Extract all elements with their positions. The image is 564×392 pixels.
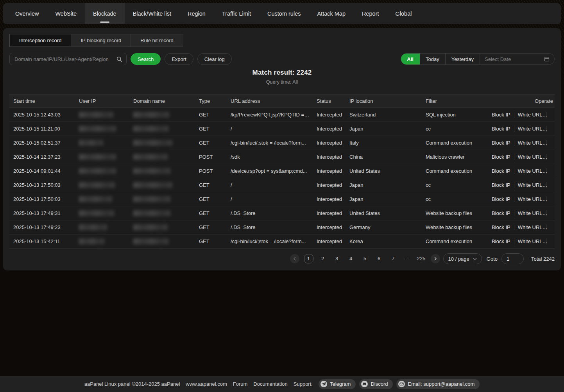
cell-url: /kp/PreviewKPQT.jsp?KPQTID = 1... bbox=[227, 108, 313, 122]
white-url-link[interactable]: White URL bbox=[514, 182, 546, 188]
date-filter-today[interactable]: Today bbox=[420, 54, 446, 64]
cell-ip-location: United States bbox=[346, 164, 422, 178]
page-size-value: 10 / page bbox=[448, 256, 469, 262]
result-summary: Match result: 2242 Query time: All bbox=[3, 69, 561, 85]
block-ip-link[interactable]: Block IP bbox=[488, 168, 514, 174]
page-number-6[interactable]: 6 bbox=[374, 254, 384, 263]
cell-operate: Block IPWhite URLDetails bbox=[484, 178, 555, 192]
white-url-link[interactable]: White URL bbox=[514, 168, 546, 174]
block-ip-link[interactable]: Block IP bbox=[488, 224, 514, 230]
cell-start-time: 2025-10-15 11:21:00 bbox=[9, 122, 75, 136]
nav-tab-report[interactable]: Report bbox=[354, 3, 387, 24]
redacted-domain-name bbox=[133, 182, 172, 188]
cell-operate: Block IPWhite URLDetails bbox=[484, 150, 555, 164]
nav-tab-custom-rules[interactable]: Custom rules bbox=[259, 3, 309, 24]
cell-operate: Block IPWhite URLDetails bbox=[484, 122, 555, 136]
nav-tab-overview[interactable]: Overview bbox=[7, 3, 47, 24]
redacted-user-ip bbox=[79, 224, 107, 230]
white-url-link[interactable]: White URL bbox=[514, 238, 546, 244]
page-number-4[interactable]: 4 bbox=[346, 254, 356, 263]
page-number-7[interactable]: 7 bbox=[389, 254, 398, 263]
footer-button-email[interactable]: Email: support@aapanel.com bbox=[396, 379, 480, 389]
white-url-link[interactable]: White URL bbox=[514, 210, 546, 216]
page-size-select[interactable]: 10 / page bbox=[443, 253, 482, 264]
page-number-5[interactable]: 5 bbox=[360, 254, 370, 263]
cell-url: / bbox=[227, 122, 313, 136]
subtab-interception-record[interactable]: Interception record bbox=[9, 34, 71, 47]
cell-type: GET bbox=[195, 108, 227, 122]
cell-start-time: 2025-10-14 12:37:23 bbox=[9, 150, 75, 164]
block-ip-link[interactable]: Block IP bbox=[488, 182, 514, 188]
cell-operate: Block IPWhite URLDetails bbox=[484, 206, 555, 220]
redacted-user-ip bbox=[79, 140, 103, 146]
block-ip-link[interactable]: Block IP bbox=[488, 210, 514, 216]
nav-tab-black-white-list[interactable]: Black/White list bbox=[125, 3, 179, 24]
cell-domain-name bbox=[129, 150, 195, 164]
cell-start-time: 2025-10-13 17:50:03 bbox=[9, 178, 75, 192]
white-url-link[interactable]: White URL bbox=[514, 140, 546, 146]
block-ip-link[interactable]: Block IP bbox=[488, 154, 514, 160]
search-button[interactable]: Search bbox=[131, 53, 161, 65]
cell-start-time: 2025-10-14 09:01:44 bbox=[9, 164, 75, 178]
white-url-link[interactable]: White URL bbox=[514, 112, 546, 118]
subtab-rule-hit-record[interactable]: Rule hit record bbox=[131, 34, 183, 47]
page-number-225[interactable]: 225 bbox=[417, 254, 426, 263]
prev-page-button[interactable] bbox=[290, 254, 299, 263]
date-picker[interactable]: Select Date bbox=[480, 54, 554, 64]
export-button[interactable]: Export bbox=[165, 53, 193, 65]
footer-link-documentation[interactable]: Documentation bbox=[253, 381, 287, 387]
page-number-1[interactable]: 1 bbox=[304, 254, 313, 263]
cell-status: Intercepted bbox=[313, 108, 346, 122]
col-header-domain-name: Domain name bbox=[129, 95, 195, 108]
search-icon[interactable] bbox=[116, 56, 122, 62]
date-filter-group: AllTodayYesterday Select Date bbox=[401, 53, 555, 65]
cell-url: /cgi-bin/luci/;stok = /locale?form... bbox=[227, 234, 313, 249]
white-url-link[interactable]: White URL bbox=[514, 126, 546, 132]
cell-ip-location: China bbox=[346, 150, 422, 164]
footer-link-www-aapanel-com[interactable]: www.aapanel.com bbox=[186, 381, 227, 387]
cell-user-ip bbox=[75, 150, 129, 164]
redacted-user-ip bbox=[79, 238, 104, 244]
footer-link-forum[interactable]: Forum bbox=[233, 381, 248, 387]
cell-domain-name bbox=[129, 136, 195, 150]
white-url-link[interactable]: White URL bbox=[514, 196, 546, 202]
white-url-link[interactable]: White URL bbox=[514, 154, 546, 160]
nav-tab-blockade[interactable]: Blockade bbox=[85, 3, 125, 24]
search-input[interactable] bbox=[14, 56, 116, 62]
goto-page-input[interactable] bbox=[501, 253, 524, 264]
cell-type: GET bbox=[195, 234, 227, 249]
cell-filter: Malicious crawler bbox=[422, 150, 484, 164]
nav-tab-attack-map[interactable]: Attack Map bbox=[309, 3, 354, 24]
date-filter-all[interactable]: All bbox=[401, 54, 420, 64]
subtab-ip-blocking-record[interactable]: IP blocking record bbox=[71, 34, 131, 47]
redacted-user-ip bbox=[79, 182, 115, 188]
next-page-button[interactable] bbox=[431, 254, 440, 263]
nav-tab-region[interactable]: Region bbox=[179, 3, 214, 24]
pagination: 1234567···225 10 / page Goto Total 2242 bbox=[290, 253, 555, 264]
cell-status: Intercepted bbox=[313, 150, 346, 164]
nav-tab-traffic-limit[interactable]: Traffic Limit bbox=[214, 3, 259, 24]
block-ip-link[interactable]: Block IP bbox=[488, 126, 514, 132]
clear-log-button[interactable]: Clear log bbox=[197, 53, 232, 65]
footer-button-telegram[interactable]: Telegram bbox=[319, 379, 356, 389]
table-row: 2025-10-13 17:49:23 GET /.DS_Store Inter… bbox=[9, 220, 555, 234]
page-number-2[interactable]: 2 bbox=[318, 254, 328, 263]
search-box[interactable] bbox=[9, 53, 127, 65]
block-ip-link[interactable]: Block IP bbox=[488, 140, 514, 146]
cell-domain-name bbox=[129, 164, 195, 178]
cell-user-ip bbox=[75, 206, 129, 220]
table-row: 2025-10-15 12:43:03 GET /kp/PreviewKPQT.… bbox=[9, 108, 555, 122]
block-ip-link[interactable]: Block IP bbox=[488, 196, 514, 202]
date-filter-yesterday[interactable]: Yesterday bbox=[446, 54, 480, 64]
nav-tab-website[interactable]: WebSite bbox=[47, 3, 85, 24]
nav-tab-global[interactable]: Global bbox=[387, 3, 420, 24]
footer-button-discord[interactable]: Discord bbox=[359, 379, 393, 389]
date-picker-placeholder: Select Date bbox=[485, 56, 511, 62]
cell-start-time: 2025-10-15 02:51:37 bbox=[9, 136, 75, 150]
cell-domain-name bbox=[129, 178, 195, 192]
block-ip-link[interactable]: Block IP bbox=[488, 238, 514, 244]
discord-icon bbox=[361, 381, 368, 387]
white-url-link[interactable]: White URL bbox=[514, 224, 546, 230]
block-ip-link[interactable]: Block IP bbox=[488, 112, 514, 118]
page-number-3[interactable]: 3 bbox=[332, 254, 342, 263]
